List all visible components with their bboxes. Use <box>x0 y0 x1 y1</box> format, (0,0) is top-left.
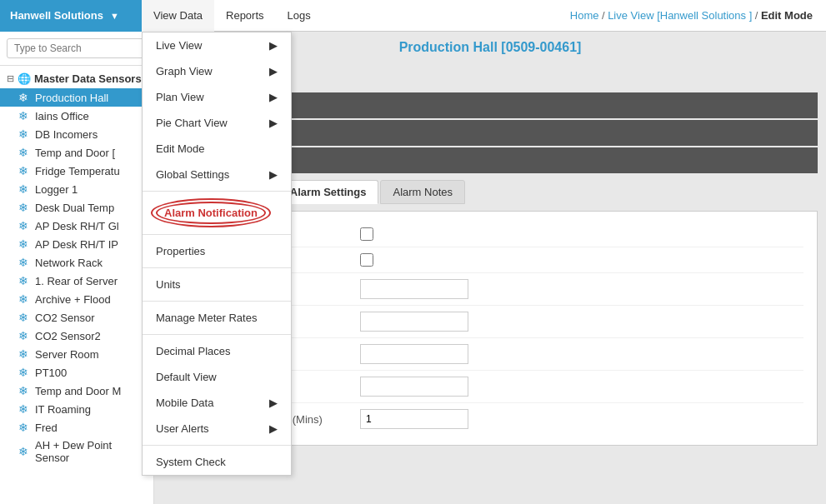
snowflake-icon-15: ❄ <box>17 366 30 379</box>
input-low-alarm[interactable] <box>360 344 468 364</box>
sidebar-item-archive-flood[interactable]: ❄ Archive + Flood <box>0 290 153 308</box>
snowflake-icon-9: ❄ <box>17 256 30 269</box>
snowflake-icon-4: ❄ <box>17 164 30 177</box>
nav-menu: View Data Live View ▶ Graph View ▶ Plan … <box>142 0 323 32</box>
tab-alarm-notes[interactable]: Alarm Notes <box>380 180 465 204</box>
nav-logs[interactable]: Logs <box>276 0 323 32</box>
main-layout: ⊟ 🌐 Master Data Sensors ❄ Production Hal… <box>0 32 826 504</box>
menu-divider-2 <box>143 234 291 235</box>
menu-user-alerts[interactable]: User Alerts ▶ <box>143 416 291 442</box>
sidebar-item-ap-desk-rht-gl[interactable]: ❄ AP Desk RH/T Gl <box>0 217 153 235</box>
menu-divider-4 <box>143 301 291 302</box>
snowflake-icon-5: ❄ <box>17 182 30 196</box>
menu-plan-view[interactable]: Plan View ▶ <box>143 84 291 110</box>
snowflake-icon-1: ❄ <box>17 109 30 122</box>
tree-expand-icon: ⊟ <box>7 73 14 84</box>
tree-root[interactable]: ⊟ 🌐 Master Data Sensors <box>0 69 153 88</box>
menu-global-settings[interactable]: Global Settings ▶ <box>143 162 291 187</box>
snowflake-icon-6: ❄ <box>17 201 30 214</box>
dropdown-menu: Live View ▶ Graph View ▶ Plan View ▶ Pie… <box>142 32 292 476</box>
snowflake-icon-7: ❄ <box>17 219 30 232</box>
menu-properties[interactable]: Properties <box>143 238 291 264</box>
breadcrumb-home[interactable]: Home <box>570 9 599 22</box>
sidebar-item-temp-door2[interactable]: ❄ Temp and Door M <box>0 382 153 400</box>
menu-default-view[interactable]: Default View <box>143 364 291 390</box>
sidebar-item-server-room[interactable]: ❄ Server Room <box>0 345 153 363</box>
brand-name: Hanwell Solutions <box>10 9 103 22</box>
snowflake-icon-18: ❄ <box>17 421 30 434</box>
checkbox-alarm-enable[interactable] <box>360 253 373 267</box>
search-box <box>0 32 153 66</box>
top-nav: Hanwell Solutions ▼ View Data Live View … <box>0 0 826 32</box>
tree: ⊟ 🌐 Master Data Sensors ❄ Production Hal… <box>0 66 153 470</box>
menu-divider-6 <box>143 445 291 446</box>
brand[interactable]: Hanwell Solutions ▼ <box>0 0 142 32</box>
sidebar-item-co2-sensor2[interactable]: ❄ CO2 Sensor2 <box>0 327 153 345</box>
checkbox-channel-out[interactable] <box>360 227 373 241</box>
menu-live-view[interactable]: Live View ▶ <box>143 32 291 58</box>
input-delay[interactable] <box>360 409 468 429</box>
menu-divider-1 <box>143 191 291 192</box>
sidebar-item-fred[interactable]: ❄ Fred <box>0 418 153 437</box>
menu-units[interactable]: Units <box>143 272 291 297</box>
menu-divider-3 <box>143 267 291 268</box>
snowflake-icon-14: ❄ <box>17 347 30 361</box>
search-input[interactable] <box>7 38 147 58</box>
snowflake-icon-11: ❄ <box>17 292 30 306</box>
nav-view-data[interactable]: View Data Live View ▶ Graph View ▶ Plan … <box>142 0 214 32</box>
snowflake-icon-12: ❄ <box>17 311 30 324</box>
alarm-notification-label: Alarm Notification <box>156 202 266 224</box>
breadcrumb: Home / Live View [Hanwell Solutions ] / … <box>570 9 826 22</box>
snowflake-icon-10: ❄ <box>17 274 30 287</box>
menu-edit-mode[interactable]: Edit Mode <box>143 136 291 162</box>
menu-mobile-data[interactable]: Mobile Data ▶ <box>143 390 291 416</box>
input-high-high-alarm[interactable] <box>360 279 468 299</box>
sidebar-item-rear-server[interactable]: ❄ 1. Rear of Server <box>0 272 153 290</box>
snowflake-icon-8: ❄ <box>17 237 30 251</box>
sidebar-item-temp-door[interactable]: ❄ Temp and Door [ <box>0 143 153 162</box>
snowflake-icon-16: ❄ <box>17 384 30 397</box>
sidebar-item-ah-dew-point[interactable]: ❄ AH + Dew Point Sensor <box>0 437 153 467</box>
sidebar-item-iains-office[interactable]: ❄ Iains Office <box>0 107 153 125</box>
input-high-alarm[interactable] <box>360 312 468 332</box>
sidebar-item-ap-desk-rht-ip[interactable]: ❄ AP Desk RH/T IP <box>0 235 153 253</box>
sidebar-item-pt100[interactable]: ❄ PT100 <box>0 363 153 382</box>
input-low-low-alarm[interactable] <box>360 377 468 397</box>
snowflake-icon-19: ❄ <box>17 445 30 458</box>
snowflake-icon-13: ❄ <box>17 329 30 342</box>
nav-reports[interactable]: Reports <box>214 0 276 32</box>
menu-pie-chart-view[interactable]: Pie Chart View ▶ <box>143 110 291 136</box>
brand-arrow[interactable]: ▼ <box>110 11 119 21</box>
menu-manage-meter-rates[interactable]: Manage Meter Rates <box>143 305 291 331</box>
sidebar: ⊟ 🌐 Master Data Sensors ❄ Production Hal… <box>0 32 154 504</box>
sidebar-item-desk-dual-temp[interactable]: ❄ Desk Dual Temp <box>0 198 153 217</box>
sidebar-item-logger-1[interactable]: ❄ Logger 1 <box>0 180 153 198</box>
snowflake-icon-3: ❄ <box>17 146 30 159</box>
sidebar-item-co2-sensor[interactable]: ❄ CO2 Sensor <box>0 308 153 327</box>
menu-alarm-notification[interactable]: Alarm Notification <box>143 195 291 231</box>
snowflake-icon-2: ❄ <box>17 127 30 141</box>
breadcrumb-current: Edit Mode <box>761 9 813 22</box>
sidebar-item-it-roaming[interactable]: ❄ IT Roaming <box>0 400 153 418</box>
sidebar-item-db-incomers[interactable]: ❄ DB Incomers <box>0 125 153 143</box>
menu-system-check[interactable]: System Check <box>143 449 291 475</box>
menu-decimal-places[interactable]: Decimal Places <box>143 338 291 364</box>
menu-divider-5 <box>143 334 291 335</box>
sidebar-item-production-hall[interactable]: ❄ Production Hall <box>0 88 153 107</box>
tree-root-icon-folder: 🌐 <box>18 72 31 85</box>
snowflake-icon-17: ❄ <box>17 402 30 416</box>
breadcrumb-live-view[interactable]: Live View [Hanwell Solutions ] <box>608 9 752 22</box>
sidebar-item-fridge-temp[interactable]: ❄ Fridge Temperatu <box>0 162 153 180</box>
tree-root-label: Master Data Sensors <box>34 72 142 85</box>
menu-graph-view[interactable]: Graph View ▶ <box>143 58 291 84</box>
sidebar-item-network-rack[interactable]: ❄ Network Rack <box>0 253 153 272</box>
snowflake-icon-0: ❄ <box>17 91 30 104</box>
